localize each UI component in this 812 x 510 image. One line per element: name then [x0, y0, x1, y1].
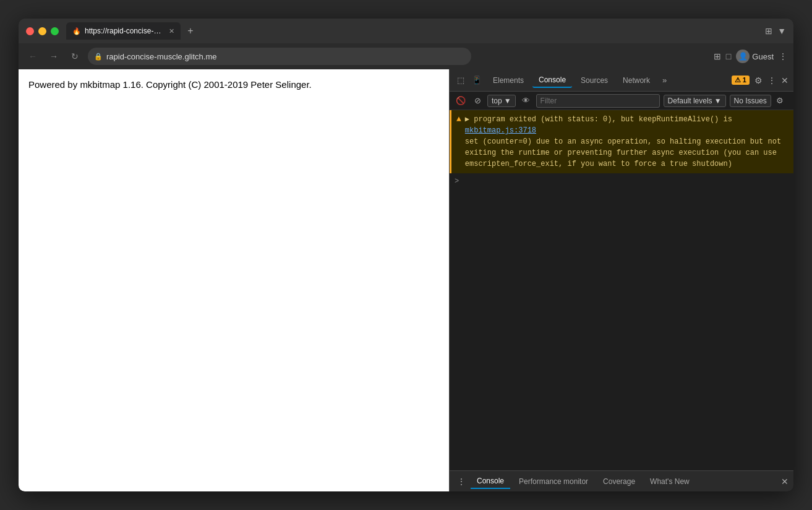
devtools-close-icon[interactable]: ✕: [781, 76, 788, 85]
avatar: 👤: [736, 50, 750, 63]
tab-console[interactable]: Console: [532, 73, 572, 88]
title-bar: 🔥 https://rapid-concise-muscle.g… ✕ + ⊞ …: [19, 19, 793, 43]
devtools-more-icon[interactable]: ⋮: [767, 76, 776, 85]
lock-icon: 🔒: [94, 53, 103, 61]
new-tab-button[interactable]: +: [183, 24, 198, 38]
warning-line4: emscripten_force_exit, if you want to fo…: [465, 160, 732, 168]
levels-selector[interactable]: Default levels ▼: [664, 95, 726, 107]
tab-favicon: 🔥: [72, 27, 81, 35]
more-tabs-icon[interactable]: »: [659, 73, 670, 87]
forward-button[interactable]: →: [46, 48, 62, 64]
webpage-content: Powered by mkbitmap 1.16. Copyright (C) …: [28, 79, 439, 90]
tab-elements[interactable]: Elements: [487, 74, 530, 87]
context-selector[interactable]: top ▼: [487, 95, 516, 107]
warning-line3: exiting the runtime or preventing furthe…: [465, 149, 777, 157]
bottom-tab-whats-new[interactable]: What's New: [644, 475, 696, 488]
active-tab[interactable]: 🔥 https://rapid-concise-muscle.g… ✕: [66, 22, 181, 40]
eye-icon[interactable]: 👁: [519, 95, 532, 106]
tab-title: https://rapid-concise-muscle.g…: [85, 27, 165, 35]
warning-message: ▲ ▶ program exited (with status: 0), but…: [450, 110, 793, 173]
context-arrow-icon: ▼: [504, 97, 511, 105]
tab-sources[interactable]: Sources: [575, 74, 614, 87]
inspect-element-icon[interactable]: ⬚: [455, 74, 467, 86]
warning-line2: set (counter=0) due to an async operatio…: [465, 137, 781, 146]
tab-network[interactable]: Network: [617, 74, 656, 87]
bottom-menu-icon[interactable]: ⋮: [455, 475, 468, 488]
main-area: Powered by mkbitmap 1.16. Copyright (C) …: [19, 69, 793, 491]
address-bar-right: ⊞ □ 👤 Guest ⋮: [714, 50, 787, 63]
clear-console-icon[interactable]: 🚫: [453, 95, 468, 106]
no-issues-button[interactable]: No Issues: [730, 95, 771, 107]
console-settings-icon[interactable]: ⚙: [776, 96, 784, 105]
warning-source-link[interactable]: mkbitmap.js:3718: [465, 126, 536, 135]
traffic-lights: [26, 27, 59, 35]
bottom-close-icon[interactable]: ✕: [781, 477, 788, 486]
browser-window: 🔥 https://rapid-concise-muscle.g… ✕ + ⊞ …: [19, 19, 793, 491]
warning-triangle-icon: ▲: [456, 115, 461, 170]
devtools-bottom-bar: ⋮ Console Performance monitor Coverage W…: [450, 470, 793, 491]
bottom-tab-console[interactable]: Console: [471, 474, 510, 489]
warning-line1: ▶ program exited (with status: 0), but k…: [465, 115, 732, 124]
bottom-tab-performance-monitor[interactable]: Performance monitor: [513, 475, 594, 488]
user-label: Guest: [752, 52, 774, 61]
no-issues-label: No Issues: [734, 97, 767, 105]
console-prompt[interactable]: >: [450, 173, 793, 189]
tab-close-icon[interactable]: ✕: [169, 27, 174, 35]
refresh-button[interactable]: ↻: [67, 48, 83, 64]
devtools-header-right: ⚠ 1 ⚙ ⋮ ✕: [732, 76, 788, 85]
window-icon[interactable]: ⊞: [765, 26, 772, 36]
user-button[interactable]: 👤 Guest: [736, 50, 774, 63]
profile-icon[interactable]: □: [726, 51, 731, 61]
console-toolbar: 🚫 ⊘ top ▼ 👁 Default levels ▼ No Issues ⚙: [450, 92, 793, 110]
devtools-header: ⬚ 📱 Elements Console Sources Network » ⚠…: [450, 69, 793, 92]
maximize-button[interactable]: [51, 27, 59, 35]
context-value: top: [492, 97, 502, 105]
dropdown-icon[interactable]: ▼: [777, 26, 786, 36]
close-button[interactable]: [26, 27, 34, 35]
device-toggle-icon[interactable]: 📱: [469, 74, 484, 86]
webpage: Powered by mkbitmap 1.16. Copyright (C) …: [19, 69, 449, 491]
block-icon[interactable]: ⊘: [472, 95, 484, 106]
extensions-icon[interactable]: ⊞: [714, 51, 721, 61]
prompt-arrow-icon: >: [455, 177, 459, 186]
tabs-bar: 🔥 https://rapid-concise-muscle.g… ✕ +: [66, 22, 765, 40]
filter-input[interactable]: [536, 94, 660, 108]
back-button[interactable]: ←: [25, 48, 41, 64]
url-bar[interactable]: 🔒 rapid-concise-muscle.glitch.me: [88, 48, 471, 65]
minimize-button[interactable]: [38, 27, 46, 35]
warning-text-content: ▶ program exited (with status: 0), but k…: [465, 114, 788, 170]
console-output: ▲ ▶ program exited (with status: 0), but…: [450, 110, 793, 470]
devtools-settings-icon[interactable]: ⚙: [754, 76, 763, 85]
title-bar-right: ⊞ ▼: [765, 26, 786, 36]
levels-arrow-icon: ▼: [714, 97, 722, 105]
bottom-tab-coverage[interactable]: Coverage: [597, 475, 641, 488]
more-icon[interactable]: ⋮: [779, 51, 787, 61]
warning-badge[interactable]: ⚠ 1: [732, 76, 750, 85]
levels-value: Default levels: [668, 97, 712, 105]
address-bar: ← → ↻ 🔒 rapid-concise-muscle.glitch.me ⊞…: [19, 43, 793, 69]
url-text: rapid-concise-muscle.glitch.me: [106, 52, 216, 61]
devtools-panel: ⬚ 📱 Elements Console Sources Network » ⚠…: [449, 69, 793, 491]
